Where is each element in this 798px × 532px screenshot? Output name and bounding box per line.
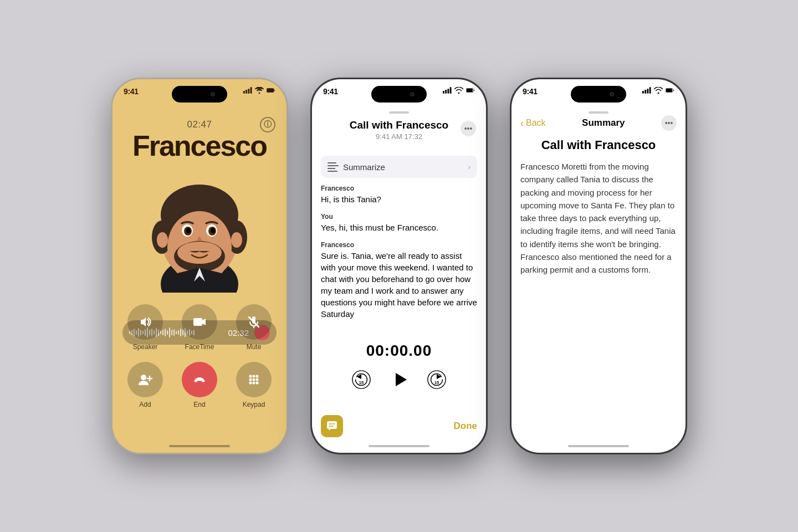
scroll-indicator-2 xyxy=(389,111,409,114)
speaker-2: Francesco xyxy=(321,241,477,249)
phone-call-screen: 9:41 ⓘ 02:47 France xyxy=(111,78,288,454)
facetime-circle xyxy=(182,304,217,340)
status-time-2: 9:41 xyxy=(323,87,338,96)
timer-area: 00:00.00 15 xyxy=(312,342,486,392)
add-button[interactable]: Add xyxy=(124,362,167,408)
wifi-icon xyxy=(255,87,264,94)
svg-rect-40 xyxy=(443,91,444,94)
keypad-circle xyxy=(236,362,272,397)
phone-transcript-screen: 9:41 Call with Francesco xyxy=(310,78,488,454)
svg-point-32 xyxy=(253,375,255,378)
add-person-icon xyxy=(137,372,153,387)
speaker-button[interactable]: Speaker xyxy=(124,304,167,351)
summarize-icon xyxy=(328,162,339,172)
transcript-content: Francesco Hi, is this Tania? You Yes, hi… xyxy=(321,185,477,364)
mute-button[interactable]: Mute xyxy=(232,304,275,351)
call-buttons-grid: Speaker FaceTime xyxy=(112,304,287,408)
more-options-button[interactable]: ••• xyxy=(461,121,476,136)
transcript-title: Call with Francesco xyxy=(312,119,486,131)
chevron-right-icon: › xyxy=(468,162,470,171)
chat-icon-button[interactable] xyxy=(321,415,343,437)
svg-rect-1 xyxy=(245,90,247,94)
mute-label: Mute xyxy=(247,343,262,351)
signal-icon-3 xyxy=(642,87,651,94)
wifi-icon-2 xyxy=(454,87,463,94)
svg-point-13 xyxy=(157,232,168,248)
mute-icon xyxy=(246,314,262,330)
summary-background: ‹ Back Summary ••• Call with Francesco F… xyxy=(511,79,686,453)
battery-icon xyxy=(267,87,275,94)
summary-more-button[interactable]: ••• xyxy=(661,115,677,131)
facetime-button[interactable]: FaceTime xyxy=(178,304,221,351)
svg-rect-24 xyxy=(193,318,202,326)
rewind-icon: 15 xyxy=(351,369,371,390)
end-call-icon xyxy=(191,371,208,388)
svg-rect-49 xyxy=(328,171,337,172)
transcript-background: Call with Francesco 9:41 AM 17:32 ••• Su… xyxy=(312,79,486,453)
keypad-icon xyxy=(246,372,262,387)
transcript-header: Call with Francesco 9:41 AM 17:32 xyxy=(312,119,486,141)
speaker-label: Speaker xyxy=(133,343,158,351)
end-circle xyxy=(182,362,217,397)
home-bar-2 xyxy=(369,445,429,447)
transcript-subtitle: 9:41 AM 17:32 xyxy=(312,132,486,141)
add-circle xyxy=(127,362,163,397)
dynamic-island-2 xyxy=(371,86,427,103)
play-icon xyxy=(387,367,411,392)
svg-rect-0 xyxy=(243,91,245,94)
wifi-icon-3 xyxy=(654,87,663,94)
svg-rect-3 xyxy=(250,87,252,93)
status-time-1: 9:41 xyxy=(124,87,139,96)
svg-point-34 xyxy=(249,378,252,381)
back-label: Back xyxy=(526,118,546,128)
summary-content: Call with Francesco Francesco Moretti fr… xyxy=(520,138,677,276)
end-label: End xyxy=(193,401,205,408)
caller-avatar xyxy=(144,165,255,293)
speaker-1: You xyxy=(321,213,477,221)
playback-controls: 15 15 xyxy=(351,367,447,392)
forward-icon: 15 xyxy=(427,369,447,390)
keypad-button[interactable]: Keypad xyxy=(232,362,275,408)
dynamic-island xyxy=(172,86,227,103)
svg-rect-47 xyxy=(328,165,339,166)
status-icons-3 xyxy=(642,87,674,94)
back-button[interactable]: ‹ Back xyxy=(520,117,546,129)
svg-point-39 xyxy=(256,382,259,385)
play-button[interactable] xyxy=(387,367,411,392)
svg-point-20 xyxy=(186,228,191,233)
phone-summary-screen: 9:41 ‹ Back xyxy=(510,78,687,454)
speaker-icon xyxy=(137,314,153,330)
call-duration: 02:47 xyxy=(112,119,287,130)
status-icons-2 xyxy=(443,87,475,94)
facetime-label: FaceTime xyxy=(185,343,214,351)
summarize-button[interactable]: Summarize › xyxy=(321,156,477,178)
camera-dot-2 xyxy=(410,92,415,96)
svg-rect-59 xyxy=(644,90,646,94)
svg-point-38 xyxy=(253,382,255,385)
transcript-text-1: Yes, hi, this must be Francesco. xyxy=(321,222,477,233)
keypad-label: Keypad xyxy=(243,401,265,408)
svg-rect-41 xyxy=(445,90,447,94)
svg-text:15: 15 xyxy=(434,380,439,385)
status-time-3: 9:41 xyxy=(523,87,538,96)
svg-rect-42 xyxy=(447,89,449,93)
rewind-button[interactable]: 15 xyxy=(351,370,371,390)
transcript-text-2: Sure is. Tania, we're all ready to assis… xyxy=(321,250,477,320)
signal-icon xyxy=(243,87,252,94)
dynamic-island-3 xyxy=(571,86,626,103)
done-button[interactable]: Done xyxy=(454,421,478,432)
end-button[interactable]: End xyxy=(178,362,221,408)
svg-rect-60 xyxy=(647,89,648,93)
svg-rect-2 xyxy=(248,89,249,93)
svg-rect-46 xyxy=(328,162,336,163)
svg-point-21 xyxy=(211,228,215,233)
caller-name: Francesco xyxy=(112,130,287,162)
add-label: Add xyxy=(139,401,151,408)
summary-title: Call with Francesco xyxy=(520,138,677,152)
camera-dot xyxy=(211,92,215,96)
forward-button[interactable]: 15 xyxy=(427,370,447,390)
speaker-circle xyxy=(127,304,163,340)
camera-dot-3 xyxy=(610,92,614,96)
status-icons-1 xyxy=(243,87,275,94)
home-bar-3 xyxy=(568,445,629,447)
